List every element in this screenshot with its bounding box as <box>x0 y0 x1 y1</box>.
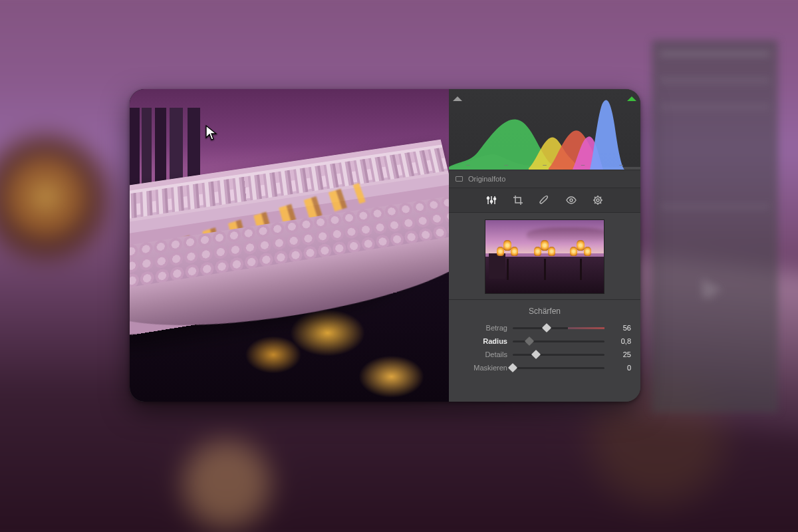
slider-knob-details[interactable] <box>531 349 540 358</box>
detail-thumbnail-wrap <box>449 213 640 300</box>
image-preview[interactable] <box>130 89 449 402</box>
slider-knob-maskieren[interactable] <box>508 362 517 372</box>
compare-icon <box>456 176 463 182</box>
slider-knob-radius[interactable] <box>525 336 534 345</box>
slider-label: Betrag <box>458 324 507 332</box>
detail-thumbnail[interactable] <box>485 219 604 294</box>
slider-value: 25 <box>610 350 631 358</box>
svg-point-0 <box>487 197 489 199</box>
histogram-svg <box>449 89 640 170</box>
slider-track-betrag[interactable] <box>513 327 604 329</box>
slider-track-details[interactable] <box>513 354 604 356</box>
eye-icon[interactable] <box>565 194 577 206</box>
slider-row-maskieren: Maskieren 0 <box>458 361 631 374</box>
svg-point-3 <box>570 199 573 201</box>
radial-icon[interactable] <box>592 194 604 206</box>
svg-point-1 <box>490 200 492 202</box>
svg-point-2 <box>493 198 495 200</box>
develop-panel: ––––– Originalfoto Schärfen B <box>449 89 640 402</box>
svg-point-5 <box>595 197 601 203</box>
slider-row-betrag: Betrag 56 <box>458 321 631 334</box>
sharpen-section: Schärfen Betrag 56 Radius 0,8 Details <box>449 300 640 385</box>
slider-label: Details <box>458 350 507 358</box>
slider-row-details: Details 25 <box>458 348 631 361</box>
original-photo-label: Originalfoto <box>468 175 505 183</box>
svg-point-4 <box>597 199 599 201</box>
clip-highlights-icon[interactable] <box>627 92 636 101</box>
original-photo-row[interactable]: Originalfoto <box>449 170 640 188</box>
slider-value: 56 <box>610 324 631 332</box>
slider-track-maskieren[interactable] <box>513 367 604 369</box>
brush-icon[interactable] <box>539 194 551 206</box>
histogram-ticks: ––––– <box>449 161 640 168</box>
slider-knob-betrag[interactable] <box>542 323 551 332</box>
clip-shadows-icon[interactable] <box>453 92 462 101</box>
editor-card: ––––– Originalfoto Schärfen B <box>130 89 640 402</box>
histogram[interactable]: ––––– <box>449 89 640 170</box>
slider-track-radius[interactable] <box>513 340 604 342</box>
slider-row-radius: Radius 0,8 <box>458 334 631 348</box>
slider-label: Maskieren <box>458 364 507 372</box>
slider-value: 0,8 <box>610 337 631 345</box>
section-title: Schärfen <box>458 307 631 316</box>
sliders-icon[interactable] <box>485 194 497 206</box>
slider-label: Radius <box>458 337 507 345</box>
background-panel-shadow <box>652 40 778 412</box>
tool-strip <box>449 188 640 213</box>
crop-icon[interactable] <box>512 194 524 206</box>
slider-value: 0 <box>610 364 631 372</box>
